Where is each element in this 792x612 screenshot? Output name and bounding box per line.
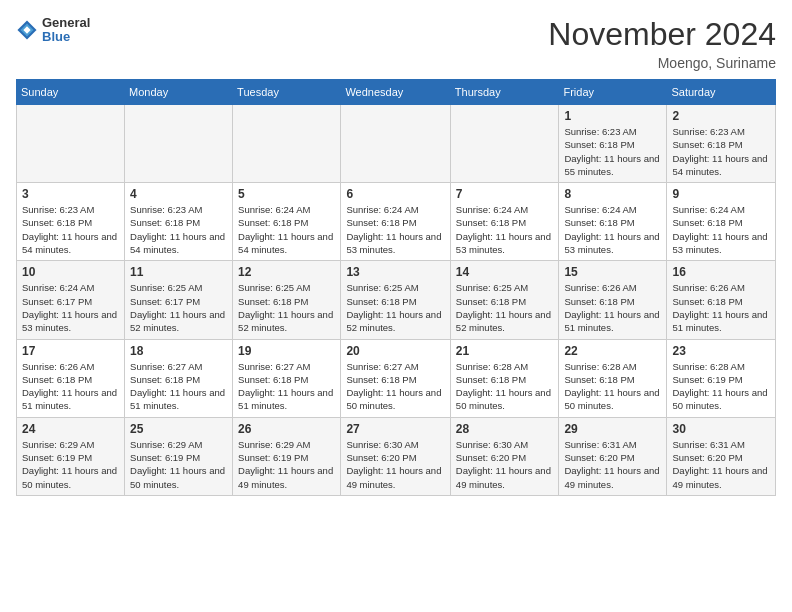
calendar-cell: 13Sunrise: 6:25 AM Sunset: 6:18 PM Dayli… [341, 261, 450, 339]
column-header-wednesday: Wednesday [341, 80, 450, 105]
day-number: 5 [238, 187, 335, 201]
header: General Blue November 2024 Moengo, Surin… [16, 16, 776, 71]
calendar-cell: 7Sunrise: 6:24 AM Sunset: 6:18 PM Daylig… [450, 183, 559, 261]
day-number: 12 [238, 265, 335, 279]
day-number: 20 [346, 344, 444, 358]
day-number: 6 [346, 187, 444, 201]
day-info: Sunrise: 6:24 AM Sunset: 6:18 PM Dayligh… [346, 203, 444, 256]
calendar-cell: 21Sunrise: 6:28 AM Sunset: 6:18 PM Dayli… [450, 339, 559, 417]
calendar-cell [341, 105, 450, 183]
calendar-week-row: 10Sunrise: 6:24 AM Sunset: 6:17 PM Dayli… [17, 261, 776, 339]
calendar-cell: 18Sunrise: 6:27 AM Sunset: 6:18 PM Dayli… [125, 339, 233, 417]
day-info: Sunrise: 6:23 AM Sunset: 6:18 PM Dayligh… [22, 203, 119, 256]
calendar-cell [233, 105, 341, 183]
day-number: 11 [130, 265, 227, 279]
day-number: 17 [22, 344, 119, 358]
day-info: Sunrise: 6:25 AM Sunset: 6:18 PM Dayligh… [238, 281, 335, 334]
day-number: 8 [564, 187, 661, 201]
day-info: Sunrise: 6:24 AM Sunset: 6:18 PM Dayligh… [564, 203, 661, 256]
calendar-cell: 19Sunrise: 6:27 AM Sunset: 6:18 PM Dayli… [233, 339, 341, 417]
calendar-cell: 23Sunrise: 6:28 AM Sunset: 6:19 PM Dayli… [667, 339, 776, 417]
calendar-cell: 17Sunrise: 6:26 AM Sunset: 6:18 PM Dayli… [17, 339, 125, 417]
calendar-cell: 28Sunrise: 6:30 AM Sunset: 6:20 PM Dayli… [450, 417, 559, 495]
logo-icon [16, 19, 38, 41]
calendar-cell: 11Sunrise: 6:25 AM Sunset: 6:17 PM Dayli… [125, 261, 233, 339]
day-info: Sunrise: 6:28 AM Sunset: 6:18 PM Dayligh… [564, 360, 661, 413]
day-number: 19 [238, 344, 335, 358]
calendar-header-row: SundayMondayTuesdayWednesdayThursdayFrid… [17, 80, 776, 105]
calendar-cell: 15Sunrise: 6:26 AM Sunset: 6:18 PM Dayli… [559, 261, 667, 339]
day-info: Sunrise: 6:25 AM Sunset: 6:18 PM Dayligh… [346, 281, 444, 334]
day-info: Sunrise: 6:23 AM Sunset: 6:18 PM Dayligh… [130, 203, 227, 256]
day-number: 23 [672, 344, 770, 358]
column-header-friday: Friday [559, 80, 667, 105]
calendar-cell: 22Sunrise: 6:28 AM Sunset: 6:18 PM Dayli… [559, 339, 667, 417]
calendar-cell [17, 105, 125, 183]
day-info: Sunrise: 6:23 AM Sunset: 6:18 PM Dayligh… [672, 125, 770, 178]
calendar-table: SundayMondayTuesdayWednesdayThursdayFrid… [16, 79, 776, 496]
column-header-saturday: Saturday [667, 80, 776, 105]
day-info: Sunrise: 6:27 AM Sunset: 6:18 PM Dayligh… [346, 360, 444, 413]
column-header-tuesday: Tuesday [233, 80, 341, 105]
day-number: 27 [346, 422, 444, 436]
day-number: 13 [346, 265, 444, 279]
calendar-cell: 8Sunrise: 6:24 AM Sunset: 6:18 PM Daylig… [559, 183, 667, 261]
day-number: 3 [22, 187, 119, 201]
title-area: November 2024 Moengo, Suriname [548, 16, 776, 71]
day-number: 9 [672, 187, 770, 201]
day-info: Sunrise: 6:25 AM Sunset: 6:18 PM Dayligh… [456, 281, 554, 334]
calendar-week-row: 1Sunrise: 6:23 AM Sunset: 6:18 PM Daylig… [17, 105, 776, 183]
day-info: Sunrise: 6:29 AM Sunset: 6:19 PM Dayligh… [22, 438, 119, 491]
day-number: 28 [456, 422, 554, 436]
day-number: 14 [456, 265, 554, 279]
day-info: Sunrise: 6:24 AM Sunset: 6:18 PM Dayligh… [672, 203, 770, 256]
day-number: 1 [564, 109, 661, 123]
calendar-cell [125, 105, 233, 183]
calendar-cell: 30Sunrise: 6:31 AM Sunset: 6:20 PM Dayli… [667, 417, 776, 495]
day-info: Sunrise: 6:31 AM Sunset: 6:20 PM Dayligh… [672, 438, 770, 491]
month-title: November 2024 [548, 16, 776, 53]
logo-blue-text: Blue [42, 30, 90, 44]
day-number: 24 [22, 422, 119, 436]
day-number: 7 [456, 187, 554, 201]
day-info: Sunrise: 6:27 AM Sunset: 6:18 PM Dayligh… [130, 360, 227, 413]
calendar-cell: 16Sunrise: 6:26 AM Sunset: 6:18 PM Dayli… [667, 261, 776, 339]
day-info: Sunrise: 6:26 AM Sunset: 6:18 PM Dayligh… [22, 360, 119, 413]
logo-text: General Blue [42, 16, 90, 45]
day-info: Sunrise: 6:26 AM Sunset: 6:18 PM Dayligh… [564, 281, 661, 334]
day-info: Sunrise: 6:31 AM Sunset: 6:20 PM Dayligh… [564, 438, 661, 491]
location-subtitle: Moengo, Suriname [548, 55, 776, 71]
calendar-cell: 2Sunrise: 6:23 AM Sunset: 6:18 PM Daylig… [667, 105, 776, 183]
calendar-cell: 27Sunrise: 6:30 AM Sunset: 6:20 PM Dayli… [341, 417, 450, 495]
day-number: 21 [456, 344, 554, 358]
day-number: 26 [238, 422, 335, 436]
day-info: Sunrise: 6:28 AM Sunset: 6:19 PM Dayligh… [672, 360, 770, 413]
column-header-monday: Monday [125, 80, 233, 105]
calendar-cell: 4Sunrise: 6:23 AM Sunset: 6:18 PM Daylig… [125, 183, 233, 261]
calendar-cell: 25Sunrise: 6:29 AM Sunset: 6:19 PM Dayli… [125, 417, 233, 495]
calendar-cell: 3Sunrise: 6:23 AM Sunset: 6:18 PM Daylig… [17, 183, 125, 261]
calendar-cell: 24Sunrise: 6:29 AM Sunset: 6:19 PM Dayli… [17, 417, 125, 495]
logo-general-text: General [42, 16, 90, 30]
calendar-cell: 9Sunrise: 6:24 AM Sunset: 6:18 PM Daylig… [667, 183, 776, 261]
calendar-cell: 5Sunrise: 6:24 AM Sunset: 6:18 PM Daylig… [233, 183, 341, 261]
calendar-cell: 29Sunrise: 6:31 AM Sunset: 6:20 PM Dayli… [559, 417, 667, 495]
calendar-cell: 1Sunrise: 6:23 AM Sunset: 6:18 PM Daylig… [559, 105, 667, 183]
day-number: 15 [564, 265, 661, 279]
column-header-thursday: Thursday [450, 80, 559, 105]
day-info: Sunrise: 6:28 AM Sunset: 6:18 PM Dayligh… [456, 360, 554, 413]
calendar-cell: 20Sunrise: 6:27 AM Sunset: 6:18 PM Dayli… [341, 339, 450, 417]
day-number: 22 [564, 344, 661, 358]
day-number: 10 [22, 265, 119, 279]
day-info: Sunrise: 6:29 AM Sunset: 6:19 PM Dayligh… [238, 438, 335, 491]
calendar-week-row: 3Sunrise: 6:23 AM Sunset: 6:18 PM Daylig… [17, 183, 776, 261]
day-number: 29 [564, 422, 661, 436]
calendar-cell [450, 105, 559, 183]
day-info: Sunrise: 6:25 AM Sunset: 6:17 PM Dayligh… [130, 281, 227, 334]
calendar-cell: 14Sunrise: 6:25 AM Sunset: 6:18 PM Dayli… [450, 261, 559, 339]
day-number: 2 [672, 109, 770, 123]
day-info: Sunrise: 6:24 AM Sunset: 6:18 PM Dayligh… [238, 203, 335, 256]
calendar-cell: 26Sunrise: 6:29 AM Sunset: 6:19 PM Dayli… [233, 417, 341, 495]
day-number: 16 [672, 265, 770, 279]
calendar-week-row: 24Sunrise: 6:29 AM Sunset: 6:19 PM Dayli… [17, 417, 776, 495]
